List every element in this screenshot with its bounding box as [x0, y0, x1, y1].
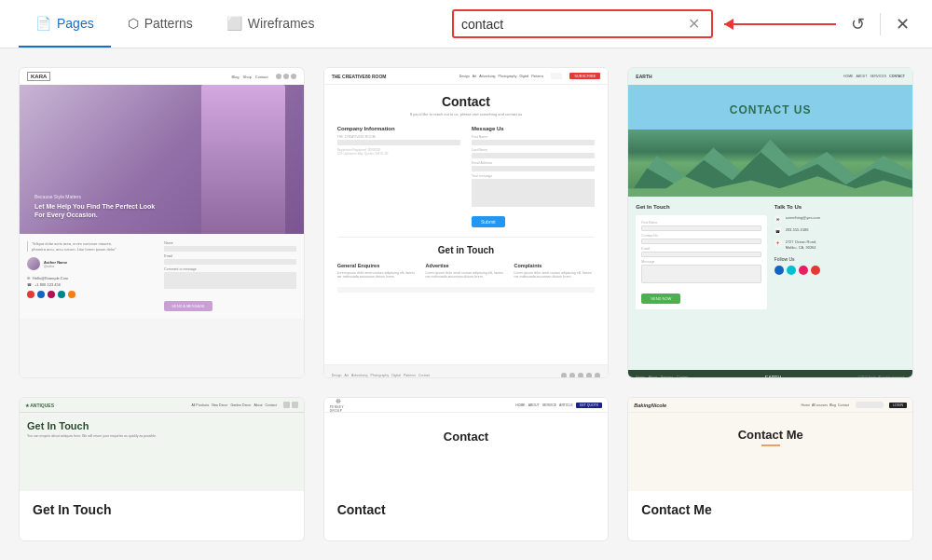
fashion-left-col: "feliqua dolar acris area, orcim commun …: [27, 241, 158, 311]
antiques-body: Get In Touch You can enquire about antiq…: [20, 413, 304, 446]
creative-textarea: [472, 179, 595, 207]
creative-subscribe-btn: SUBSCRIBE: [569, 73, 600, 79]
earth-follow-title: Follow Us: [774, 256, 905, 262]
fashion-field: [164, 246, 295, 252]
card-info-antiques: Get In Touch: [20, 491, 304, 532]
search-input[interactable]: [461, 17, 684, 32]
creative-divider: [337, 237, 596, 238]
creative-3col: General Enquires Lorem ipsum dolor amet …: [337, 263, 596, 280]
creative-adv-title: Advertise: [426, 263, 507, 268]
social-fb: [27, 291, 34, 298]
patterns-icon: ⬡: [128, 16, 139, 31]
card-planet-earth[interactable]: EARTH HOME ABOUT SERVICES CONTACT: [627, 67, 913, 378]
creative-adv-text: Lorem ipsum dolor amet consec adipiscing…: [426, 271, 507, 280]
fashion-field-label: Name: [164, 241, 295, 245]
card-title-penney: Contact: [337, 502, 596, 517]
baking-search: [856, 402, 884, 408]
creative-footer-links: Design Art Advertising Photography Digit…: [332, 374, 430, 377]
fashion-profile-info: Author Name @author: [44, 260, 158, 268]
antiques-nav-link: Contact: [266, 403, 277, 407]
card-info-penney: Contact: [324, 491, 609, 532]
header: 📄 Pages ⬡ Patterns ⬜ Wireframes ✕ ↺ ✕: [0, 0, 932, 48]
earth-left: Get In Touch First Name Contact No. Emai…: [636, 204, 766, 362]
follow-ig: [799, 266, 808, 275]
refresh-button[interactable]: ↺: [847, 10, 869, 38]
penney-nav-links: HOME ABOUT SERVICE ARTICLE: [515, 403, 573, 407]
header-divider: [880, 13, 881, 35]
fashion-content-row: "feliqua dolar acris area, orcim commun …: [27, 241, 296, 311]
footer-social-icon: [578, 373, 583, 378]
fashion-form: Name Email Comment or message: [164, 241, 295, 289]
close-button[interactable]: ✕: [892, 10, 913, 38]
fashion-profile: Author Name @author: [27, 257, 158, 270]
earth-nav-links: HOME ABOUT SERVICES CONTACT: [843, 75, 905, 78]
creative-cmp-text: Lorem ipsum dolor amet consec adipiscing…: [514, 271, 595, 280]
footer-social-icon: [586, 373, 592, 378]
phone-icon: ☎: [774, 227, 782, 235]
clear-search-button[interactable]: ✕: [684, 15, 704, 33]
antiques-icons: [283, 402, 298, 408]
earth-contact-info: ✉ something@yes.com ☎ 203-555-0188 📍 272…: [774, 215, 905, 251]
creative-footer-link: Photography: [370, 374, 389, 377]
card-penney[interactable]: ❊ PENNEY GROUP HOME ABOUT SERVICE ARTICL…: [323, 397, 610, 541]
baking-accent: [761, 444, 780, 446]
social-icon: [291, 74, 296, 79]
card-preview-creative: THE CREATIVE80 ROOM Design Art Advertisi…: [324, 68, 609, 378]
card-grid: KARA Blog Shop Contact: [0, 48, 932, 560]
baking-logo: BakingNicole: [634, 403, 666, 408]
penney-logo: ❊ PENNEY GROUP: [330, 401, 347, 410]
earth-footer-links: Home About Services Contact: [636, 376, 688, 378]
fashion-right-col: Name Email Comment or message SEND A MES…: [164, 241, 295, 311]
fashion-nav: KARA Blog Shop Contact: [20, 68, 304, 85]
card-preview-baking: BakingNicole Home All courses Blog Conta…: [628, 398, 912, 491]
baking-login-btn: LOGIN: [889, 403, 907, 408]
tab-patterns[interactable]: ⬡ Patterns: [111, 0, 210, 48]
earth-nav-contact: CONTACT: [889, 75, 905, 78]
fashion-nav-link: Shop: [243, 75, 252, 79]
fashion-avatar: [27, 257, 40, 270]
tab-wireframes-label: Wireframes: [248, 16, 315, 31]
creative-advertise: Advertise Lorem ipsum dolor amet consec …: [426, 263, 507, 280]
earth-talk-title: Talk To Us: [774, 204, 905, 210]
fashion-hero: Because Style Matters Let Me Help You Fi…: [20, 85, 304, 234]
penney-nav-btn: GET QUOTE: [576, 403, 603, 408]
earth-field: [641, 225, 761, 231]
fashion-phone: ☎ +1 800 123 456: [27, 282, 158, 287]
baking-nav-link: Blog: [829, 403, 836, 407]
earth-send-btn: SEND NOW: [641, 294, 680, 304]
card-info-baking: Contact Me: [628, 491, 912, 532]
social-tw: [37, 291, 45, 298]
creative-field: [337, 140, 460, 145]
creative-footer: Design Art Advertising Photography Digit…: [324, 364, 609, 378]
creative-field: [472, 153, 595, 158]
creative-message-col: Message Us First Name Last Name Email Ad…: [472, 126, 595, 227]
social-icon: [283, 74, 289, 79]
follow-fb: [774, 266, 784, 275]
card-baking[interactable]: BakingNicole Home All courses Blog Conta…: [627, 397, 913, 541]
card-creative-blog[interactable]: THE CREATIVE80 ROOM Design Art Advertisi…: [323, 67, 610, 378]
card-antiques[interactable]: ★ ANTIQUES All Products New Decor Garden…: [19, 397, 305, 541]
follow-tw: [787, 266, 796, 275]
earth-nav-link: ABOUT: [856, 75, 867, 78]
creative-complaints: Complaints Lorem ipsum dolor amet consec…: [514, 263, 595, 280]
wireframes-icon: ⬜: [226, 16, 242, 31]
tab-wireframes[interactable]: ⬜ Wireframes: [210, 0, 332, 48]
baking-h1: Contact Me: [636, 428, 905, 442]
baking-body: Contact Me: [628, 413, 912, 457]
card-fashion-lifestyle[interactable]: KARA Blog Shop Contact: [19, 67, 305, 378]
earth-field: [641, 252, 761, 257]
earth-field-label: Message: [641, 260, 761, 264]
card-preview-fashion: KARA Blog Shop Contact: [20, 68, 304, 378]
fashion-nav-link: Blog: [232, 75, 240, 79]
earth-body: Get In Touch First Name Contact No. Emai…: [628, 197, 912, 370]
antiques-nav-link: All Products: [191, 403, 209, 407]
earth-address: 2727 Ocean Road,Malibu, CA, 90264: [786, 239, 817, 251]
arrow-head: [724, 19, 733, 30]
red-arrow-line: [724, 23, 836, 25]
creative-brand: THE CREATIVE80 ROOM: [332, 74, 387, 79]
fashion-logo: KARA: [27, 72, 50, 81]
tab-pages[interactable]: 📄 Pages: [19, 0, 111, 48]
earth-copyright: ©2022 Earth. All rights reserved.: [858, 376, 905, 378]
earth-field-label: Contact No.: [641, 234, 761, 238]
antiques-nav-link: Garden Decor: [230, 403, 251, 407]
